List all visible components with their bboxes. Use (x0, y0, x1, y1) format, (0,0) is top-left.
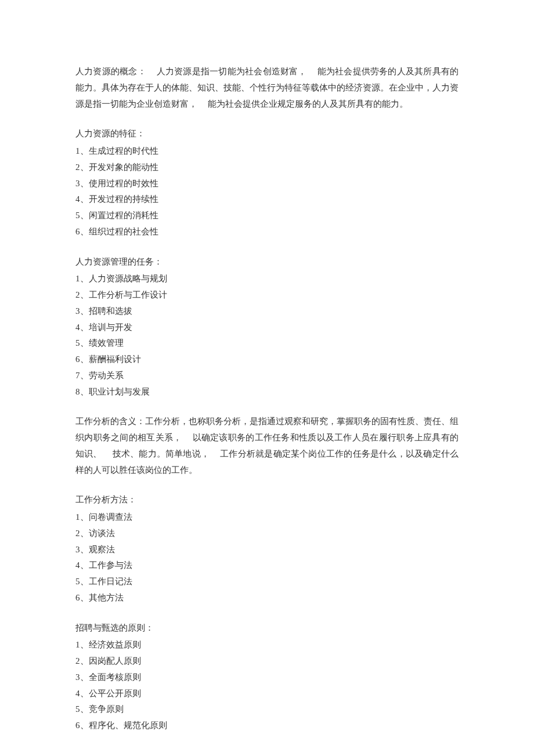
section: 工作分析的含义：工作分析，也称职务分析，是指通过观察和研究，掌握职务的固有性质、… (75, 414, 459, 478)
text-run: 技术、能力。简单地说， (113, 449, 210, 458)
document-body: 人力资源的概念：人力资源是指一切能为社会创造财富，能为社会提供劳务的人及其所具有… (75, 64, 459, 734)
section: 招聘与甄选的原则：1、经济效益原则2、因岗配人原则3、全面考核原则4、公平公开原… (75, 620, 459, 734)
section: 人力资源管理的任务：1、人力资源战略与规划2、工作分析与工作设计3、招聘和选拔4… (75, 254, 459, 400)
list-item: 2、工作分析与工作设计 (75, 287, 459, 303)
list-heading: 人力资源的特征： (75, 126, 459, 142)
list-item: 5、竞争原则 (75, 701, 459, 718)
list-heading: 招聘与甄选的原则： (75, 620, 459, 636)
list-item: 5、闲置过程的消耗性 (75, 208, 459, 224)
text-run: 人力资源是指一切能为社会创造财富， (157, 67, 307, 76)
list-heading: 工作分析方法： (75, 492, 459, 508)
list-item: 1、经济效益原则 (75, 637, 459, 653)
list-item: 1、问卷调查法 (75, 509, 459, 526)
list-item: 6、其他方法 (75, 590, 459, 606)
list-item: 4、工作参与法 (75, 558, 459, 574)
paragraph: 人力资源的概念：人力资源是指一切能为社会创造财富，能为社会提供劳务的人及其所具有… (75, 64, 459, 112)
list-item: 1、人力资源战略与规划 (75, 271, 459, 287)
list-item: 6、程序化、规范化原则 (75, 718, 459, 734)
list-item: 1、生成过程的时代性 (75, 143, 459, 160)
list-item: 3、使用过程的时效性 (75, 176, 459, 192)
list-item: 3、招聘和选拔 (75, 303, 459, 320)
list-item: 7、劳动关系 (75, 368, 459, 384)
list-item: 2、开发对象的能动性 (75, 160, 459, 176)
section: 工作分析方法：1、问卷调查法2、访谈法3、观察法4、工作参与法5、工作日记法6、… (75, 492, 459, 606)
paragraph: 工作分析的含义：工作分析，也称职务分析，是指通过观察和研究，掌握职务的固有性质、… (75, 414, 459, 478)
section: 人力资源的概念：人力资源是指一切能为社会创造财富，能为社会提供劳务的人及其所具有… (75, 64, 459, 112)
list-item: 4、开发过程的持续性 (75, 191, 459, 208)
list-item: 5、绩效管理 (75, 335, 459, 352)
list-item: 4、公平公开原则 (75, 686, 459, 702)
list-item: 4、培训与开发 (75, 320, 459, 336)
list-item: 8、职业计划与发展 (75, 384, 459, 400)
list-item: 6、薪酬福利设计 (75, 352, 459, 368)
list-item: 5、工作日记法 (75, 574, 459, 590)
list-item: 3、全面考核原则 (75, 670, 459, 686)
text-run: 人力资源的概念： (75, 67, 146, 76)
list-heading: 人力资源管理的任务： (75, 254, 459, 270)
list-item: 2、访谈法 (75, 526, 459, 542)
list-item: 6、组织过程的社会性 (75, 224, 459, 240)
list-item: 2、因岗配人原则 (75, 653, 459, 670)
section: 人力资源的特征：1、生成过程的时代性2、开发对象的能动性3、使用过程的时效性4、… (75, 126, 459, 240)
text-run: 能为社会提供企业规定服务的人及其所具有的能力。 (208, 99, 408, 108)
list-item: 3、观察法 (75, 542, 459, 558)
